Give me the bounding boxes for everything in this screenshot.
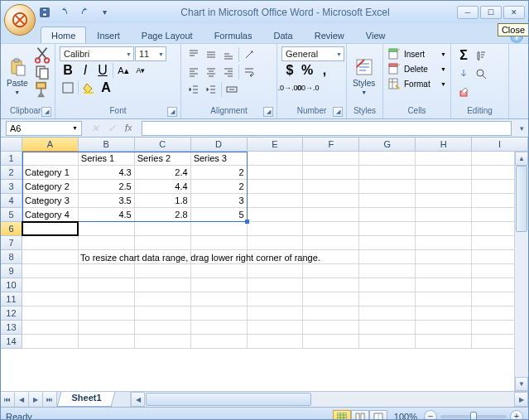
cell[interactable]: 1.8 bbox=[135, 194, 191, 208]
cancel-formula-icon[interactable]: ✕ bbox=[87, 121, 103, 136]
close-button[interactable]: ✕ bbox=[503, 6, 525, 19]
redo-icon[interactable] bbox=[75, 4, 94, 21]
row-header-10[interactable]: 10 bbox=[1, 278, 22, 292]
align-right-icon[interactable] bbox=[220, 64, 237, 80]
cell[interactable] bbox=[416, 335, 472, 349]
minimize-button[interactable]: ─ bbox=[457, 6, 479, 19]
cell[interactable] bbox=[191, 222, 248, 236]
vscroll-thumb[interactable] bbox=[516, 166, 527, 232]
cell[interactable] bbox=[416, 194, 472, 208]
align-left-icon[interactable] bbox=[185, 64, 202, 80]
cell[interactable]: Series 2 bbox=[135, 152, 191, 166]
cell[interactable] bbox=[248, 321, 304, 335]
cell[interactable] bbox=[248, 222, 304, 236]
zoom-in-button[interactable]: + bbox=[510, 410, 523, 421]
align-middle-icon[interactable] bbox=[203, 46, 219, 63]
office-button[interactable] bbox=[4, 4, 36, 36]
col-header-f[interactable]: F bbox=[303, 138, 359, 152]
cell[interactable] bbox=[303, 166, 359, 180]
zoom-percent[interactable]: 100% bbox=[394, 412, 417, 421]
cell[interactable] bbox=[416, 264, 472, 278]
cell[interactable] bbox=[303, 222, 359, 236]
cell[interactable] bbox=[248, 194, 304, 208]
cell[interactable] bbox=[303, 208, 359, 222]
cell[interactable]: 2.4 bbox=[135, 166, 191, 180]
comma-format-icon[interactable]: , bbox=[316, 62, 333, 79]
cell[interactable] bbox=[191, 292, 248, 307]
cell[interactable] bbox=[359, 222, 416, 236]
col-header-i[interactable]: I bbox=[472, 138, 528, 152]
cell[interactable] bbox=[79, 222, 135, 236]
cell[interactable] bbox=[248, 208, 304, 222]
cell[interactable] bbox=[416, 152, 472, 166]
row-header-7[interactable]: 7 bbox=[1, 236, 22, 250]
scroll-left-icon[interactable]: ◀ bbox=[131, 392, 145, 407]
cell[interactable] bbox=[22, 307, 79, 321]
cell[interactable] bbox=[135, 236, 191, 250]
cell[interactable] bbox=[79, 292, 135, 307]
cell[interactable] bbox=[248, 180, 304, 194]
border-icon[interactable] bbox=[60, 80, 76, 96]
font-color-icon[interactable]: A bbox=[98, 80, 114, 96]
cell[interactable] bbox=[303, 335, 359, 349]
cell[interactable] bbox=[22, 236, 79, 250]
underline-button[interactable]: U bbox=[94, 62, 111, 79]
merge-center-icon[interactable] bbox=[224, 81, 240, 98]
cell[interactable] bbox=[359, 292, 416, 307]
cell[interactable] bbox=[359, 278, 416, 292]
cell[interactable] bbox=[303, 152, 359, 166]
cell[interactable] bbox=[416, 250, 472, 264]
cell[interactable] bbox=[359, 236, 416, 250]
col-header-d[interactable]: D bbox=[191, 138, 248, 152]
cell[interactable] bbox=[359, 180, 416, 194]
zoom-slider[interactable] bbox=[440, 415, 507, 418]
enter-formula-icon[interactable]: ✓ bbox=[103, 121, 120, 136]
cell[interactable] bbox=[359, 335, 416, 349]
cell[interactable] bbox=[248, 278, 304, 292]
cell[interactable] bbox=[79, 335, 135, 349]
cell[interactable] bbox=[22, 264, 79, 278]
cell[interactable]: Category 1 bbox=[22, 166, 79, 180]
cell[interactable] bbox=[303, 278, 359, 292]
cell[interactable]: Category 3 bbox=[22, 194, 79, 208]
cell[interactable] bbox=[248, 292, 304, 307]
font-size-combo[interactable]: 11▼ bbox=[135, 46, 166, 61]
increase-indent-icon[interactable] bbox=[203, 81, 219, 98]
worksheet-grid[interactable]: A B C D E F G H I 1Series 1Series 2Serie… bbox=[1, 138, 528, 391]
cell[interactable]: 2 bbox=[191, 180, 248, 194]
fx-icon[interactable]: fx bbox=[120, 121, 137, 136]
wrap-text-icon[interactable] bbox=[241, 64, 257, 80]
cell[interactable] bbox=[135, 278, 191, 292]
tab-scroll-first-icon[interactable]: ⏮ bbox=[1, 392, 15, 407]
row-header-5[interactable]: 5 bbox=[1, 208, 22, 222]
cell[interactable]: 4.5 bbox=[79, 208, 135, 222]
row-header-2[interactable]: 2 bbox=[1, 166, 22, 180]
cell[interactable]: Category 2 bbox=[22, 180, 79, 194]
cell[interactable] bbox=[416, 166, 472, 180]
font-name-combo[interactable]: Calibri▼ bbox=[60, 46, 134, 61]
cell[interactable] bbox=[303, 180, 359, 194]
cell[interactable]: 2 bbox=[191, 166, 248, 180]
col-header-c[interactable]: C bbox=[135, 138, 191, 152]
cell[interactable]: 5 bbox=[191, 208, 248, 222]
align-top-icon[interactable] bbox=[185, 46, 202, 63]
cell[interactable] bbox=[359, 152, 416, 166]
cell[interactable] bbox=[135, 321, 191, 335]
row-header-11[interactable]: 11 bbox=[1, 292, 22, 307]
row-header-1[interactable]: 1 bbox=[1, 152, 22, 166]
tab-scroll-prev-icon[interactable]: ◀ bbox=[15, 392, 29, 407]
row-header-9[interactable]: 9 bbox=[1, 264, 22, 278]
cell[interactable] bbox=[303, 236, 359, 250]
grow-font-icon[interactable]: A▴ bbox=[115, 62, 132, 79]
cell[interactable] bbox=[303, 307, 359, 321]
sort-filter-icon[interactable] bbox=[473, 47, 489, 64]
cell[interactable] bbox=[79, 321, 135, 335]
col-header-e[interactable]: E bbox=[248, 138, 304, 152]
cell[interactable]: 4.3 bbox=[79, 166, 135, 180]
row-header-14[interactable]: 14 bbox=[1, 335, 22, 349]
find-select-icon[interactable] bbox=[473, 65, 489, 82]
delete-cells-button[interactable]: Delete▼ bbox=[387, 62, 446, 75]
normal-view-icon[interactable] bbox=[333, 410, 351, 421]
undo-icon[interactable] bbox=[55, 4, 74, 21]
scroll-up-icon[interactable]: ▲ bbox=[515, 152, 528, 166]
